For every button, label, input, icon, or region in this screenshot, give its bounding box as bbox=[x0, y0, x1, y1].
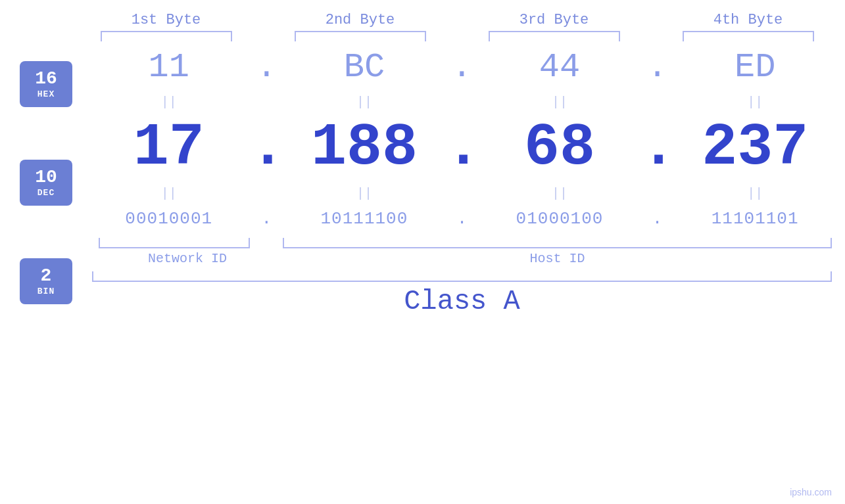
bin-number: 2 bbox=[41, 266, 52, 286]
bin-byte-4: 11101101 bbox=[683, 209, 827, 229]
watermark: ipshu.com bbox=[790, 487, 832, 497]
bin-dot-sym-2: . bbox=[457, 209, 468, 229]
dec-number: 10 bbox=[35, 168, 57, 188]
hex-val-1: 11 bbox=[149, 48, 189, 87]
eq-2-2: || bbox=[292, 186, 437, 201]
bracket-top-3 bbox=[489, 31, 620, 41]
dec-dot-3: . bbox=[641, 114, 674, 181]
dec-dot-sym-2: . bbox=[445, 114, 481, 181]
byte-headers: 1st Byte 2nd Byte 3rd Byte 4th Byte bbox=[69, 12, 845, 28]
hex-row: 11 . BC . 44 . ED bbox=[92, 41, 832, 93]
byte-label-1: 1st Byte bbox=[94, 12, 239, 28]
hex-badge: 16 HEX bbox=[20, 61, 72, 107]
dec-dot-2: . bbox=[445, 114, 478, 181]
hex-val-2: BC bbox=[344, 48, 385, 87]
bracket-top-1 bbox=[101, 31, 232, 41]
network-id-label: Network ID bbox=[92, 251, 283, 266]
hex-dot-sym-2: . bbox=[452, 48, 472, 87]
bracket-host bbox=[283, 238, 832, 248]
labels-col: 16 HEX 10 DEC 2 BIN bbox=[0, 41, 92, 504]
bin-name: BIN bbox=[37, 286, 55, 296]
hex-dot-1: . bbox=[250, 48, 283, 87]
eq-1-2: || bbox=[292, 95, 437, 110]
bracket-network bbox=[99, 238, 250, 248]
bin-dot-2: . bbox=[445, 209, 478, 229]
dec-val-3: 68 bbox=[524, 114, 595, 181]
network-host-labels: Network ID Host ID bbox=[92, 251, 832, 266]
dec-val-4: 237 bbox=[702, 114, 808, 181]
dec-row: 17 . 188 . 68 . 237 bbox=[92, 111, 832, 185]
eq-1-1: || bbox=[97, 95, 241, 110]
host-id-label: Host ID bbox=[283, 251, 832, 266]
dec-dot-sym-3: . bbox=[641, 114, 677, 181]
hex-byte-1: 11 bbox=[97, 48, 241, 87]
equals-row-2: || || || || bbox=[92, 186, 832, 201]
bracket-top-4 bbox=[683, 31, 814, 41]
hex-number: 16 bbox=[35, 69, 57, 89]
bracket-top-2 bbox=[295, 31, 426, 41]
hex-byte-2: BC bbox=[292, 48, 437, 87]
hex-byte-4: ED bbox=[683, 48, 827, 87]
full-layout: 16 HEX 10 DEC 2 BIN 11 . bbox=[0, 41, 845, 504]
bin-val-1: 00010001 bbox=[125, 209, 212, 229]
eq-2-3: || bbox=[487, 186, 632, 201]
bin-dot-3: . bbox=[641, 209, 674, 229]
dec-byte-3: 68 bbox=[487, 118, 632, 177]
eq-1-4: || bbox=[683, 95, 827, 110]
byte-label-4: 4th Byte bbox=[676, 12, 821, 28]
bin-val-2: 10111100 bbox=[320, 209, 408, 229]
rows-container: 11 . BC . 44 . ED bbox=[92, 41, 845, 504]
top-brackets bbox=[69, 31, 845, 41]
bin-byte-2: 10111100 bbox=[292, 209, 437, 229]
eq-2-1: || bbox=[97, 186, 241, 201]
dec-byte-1: 17 bbox=[97, 118, 241, 177]
eq-2-4: || bbox=[683, 186, 827, 201]
dec-val-1: 17 bbox=[133, 114, 205, 181]
dec-byte-4: 237 bbox=[683, 118, 827, 177]
bracket-gap-1 bbox=[250, 238, 283, 248]
class-label: Class A bbox=[404, 286, 519, 317]
hex-dot-3: . bbox=[641, 48, 674, 87]
dec-byte-2: 188 bbox=[292, 118, 437, 177]
dec-dot-1: . bbox=[250, 114, 283, 181]
hex-val-4: ED bbox=[735, 48, 775, 87]
dec-badge: 10 DEC bbox=[20, 160, 72, 206]
dec-dot-sym-1: . bbox=[250, 114, 285, 181]
main-container: 1st Byte 2nd Byte 3rd Byte 4th Byte 16 H… bbox=[0, 0, 845, 504]
bin-val-4: 11101101 bbox=[712, 209, 799, 229]
dec-name: DEC bbox=[37, 188, 55, 198]
hex-val-3: 44 bbox=[539, 48, 580, 87]
hex-dot-2: . bbox=[445, 48, 478, 87]
byte-label-2: 2nd Byte bbox=[288, 12, 433, 28]
bin-byte-1: 00010001 bbox=[97, 209, 241, 229]
bin-row: 00010001 . 10111100 . 01000100 . bbox=[92, 202, 832, 235]
bin-dot-sym-1: . bbox=[262, 209, 272, 229]
hex-dot-sym-3: . bbox=[647, 48, 667, 87]
eq-1-3: || bbox=[487, 95, 632, 110]
dec-val-2: 188 bbox=[311, 114, 418, 181]
bin-dot-1: . bbox=[250, 209, 283, 229]
bin-badge: 2 BIN bbox=[20, 258, 72, 304]
bottom-bracket-container bbox=[92, 238, 832, 248]
class-label-container: Class A bbox=[92, 286, 832, 317]
hex-dot-sym-1: . bbox=[256, 48, 277, 87]
hex-byte-3: 44 bbox=[487, 48, 632, 87]
bin-byte-3: 01000100 bbox=[487, 209, 632, 229]
bracket-outer bbox=[92, 271, 832, 282]
equals-row-1: || || || || bbox=[92, 95, 832, 110]
bin-dot-sym-3: . bbox=[652, 209, 663, 229]
byte-label-3: 3rd Byte bbox=[482, 12, 627, 28]
hex-name: HEX bbox=[37, 89, 55, 99]
bin-val-3: 01000100 bbox=[516, 209, 604, 229]
